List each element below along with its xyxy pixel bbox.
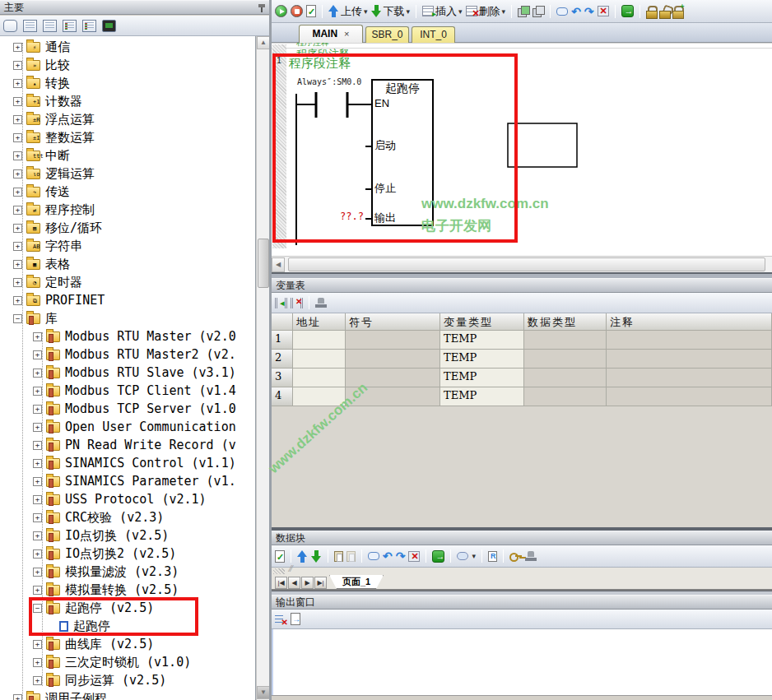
block-pin-out[interactable]: 输出 <box>374 211 396 225</box>
editor-horizontal-scrollbar[interactable]: ◀ <box>272 256 772 272</box>
expand-icon[interactable]: + <box>33 387 42 396</box>
scroll-left-button[interactable]: ◀ <box>272 257 285 272</box>
resize-gripper[interactable] <box>272 568 772 575</box>
tree-item[interactable]: +SINAMICS Control (v1.1) <box>0 454 236 472</box>
tree-item[interactable]: +±I整数运算 <box>0 128 95 146</box>
tree-item[interactable]: +»比较 <box>0 56 70 74</box>
address-cell[interactable] <box>293 331 346 350</box>
block-pin-start[interactable]: 启动 <box>374 138 396 153</box>
expand-icon[interactable]: + <box>13 133 22 142</box>
tree-item[interactable]: −起跑停 (v2.5) <box>0 599 154 617</box>
expand-icon[interactable]: + <box>13 296 22 305</box>
block-title[interactable]: 起跑停 <box>372 81 433 96</box>
key-icon[interactable] <box>509 550 522 562</box>
upload-dropdown-icon[interactable]: ▾ <box>364 7 368 16</box>
unlock-icon[interactable] <box>659 6 669 17</box>
project-view-icon[interactable] <box>3 20 17 32</box>
tree-item[interactable]: +⚡通信 <box>0 38 70 56</box>
expand-icon[interactable]: + <box>33 640 42 649</box>
scroll-down-button[interactable]: ▼ <box>257 686 270 699</box>
tree-item[interactable]: +⇄程序控制 <box>0 201 95 219</box>
var-type-cell[interactable]: TEMP <box>440 369 524 387</box>
paste-icon[interactable] <box>334 551 343 562</box>
tree-item[interactable]: +▤移位/循环 <box>0 219 102 237</box>
expand-icon[interactable]: + <box>13 151 22 160</box>
network-comment[interactable]: 程序段注释 <box>289 56 351 72</box>
tree-item[interactable]: +▦表格 <box>0 255 70 273</box>
insert-dropdown-icon[interactable]: ▾ <box>458 7 463 16</box>
tree-item[interactable]: +Modbus RTU Master2 (v2. <box>0 345 236 364</box>
tag-icon[interactable] <box>457 552 468 560</box>
program-comment[interactable]: 程序注释 <box>296 43 329 49</box>
tree-scrollbar[interactable]: ▲ ▼ <box>256 36 269 700</box>
document-view-icon[interactable] <box>43 20 57 32</box>
pin-icon[interactable] <box>258 4 265 12</box>
promote-icon[interactable] <box>518 6 529 16</box>
hscroll-thumb[interactable] <box>288 257 765 271</box>
expand-icon[interactable]: + <box>33 495 42 504</box>
tab-sbr0[interactable]: SBR_0 <box>365 26 409 43</box>
download-arrow-icon[interactable] <box>311 550 322 563</box>
data-type-cell[interactable] <box>524 369 607 387</box>
delete-button[interactable]: 删除 ▾ <box>466 4 506 19</box>
tree-item[interactable]: +◔定时器 <box>0 273 82 291</box>
tree-item[interactable]: ++1计数器 <box>0 92 82 110</box>
expand-icon[interactable]: + <box>33 350 42 359</box>
expand-icon[interactable]: + <box>13 79 22 88</box>
expand-icon[interactable]: + <box>13 43 22 52</box>
upload-arrow-icon[interactable] <box>297 550 308 563</box>
insert-button[interactable]: 插入 ▾ <box>422 4 463 19</box>
last-page-button[interactable]: ▶| <box>314 577 327 589</box>
verify-icon[interactable] <box>275 550 285 563</box>
expand-icon[interactable]: + <box>33 369 42 378</box>
tree-item[interactable]: +Modbus TCP Client (v1.4 <box>0 382 236 400</box>
data-type-cell[interactable] <box>524 387 607 406</box>
address-cell[interactable] <box>293 350 346 369</box>
expand-icon[interactable]: + <box>33 676 42 685</box>
header-cell[interactable]: 符号 <box>346 313 440 331</box>
prev-page-button[interactable]: ◀ <box>288 577 300 589</box>
expand-icon[interactable]: + <box>33 568 42 577</box>
tree-item[interactable]: +IO点切换2 (v2.5) <box>0 545 176 563</box>
expand-icon[interactable]: + <box>13 115 22 124</box>
paste-dim-icon[interactable] <box>346 551 356 562</box>
data-type-cell[interactable] <box>524 350 607 369</box>
delete-row-icon[interactable] <box>291 298 303 308</box>
tree-item[interactable]: +IO点切换 (v2.5) <box>0 526 169 545</box>
status-chart-icon[interactable] <box>82 20 96 32</box>
var-type-cell[interactable]: TEMP <box>440 331 524 350</box>
expand-icon[interactable]: + <box>33 658 42 667</box>
expand-icon[interactable]: + <box>33 423 42 432</box>
var-type-cell[interactable]: TEMP <box>440 350 524 369</box>
collapse-icon[interactable]: − <box>13 314 22 323</box>
tree-item[interactable]: +SINAMICS Parameter (v1. <box>0 472 236 490</box>
clear-output-icon[interactable] <box>275 614 287 625</box>
expand-icon[interactable]: + <box>33 405 42 414</box>
tree-item[interactable]: +▴转换 <box>0 74 70 92</box>
first-page-button[interactable]: |◀ <box>275 577 287 589</box>
scroll-up-button[interactable]: ▲ <box>257 36 270 49</box>
horizontal-splitter[interactable] <box>272 272 772 278</box>
collapse-icon[interactable]: − <box>33 604 42 613</box>
header-cell[interactable]: 变量类型 <box>440 313 524 331</box>
expand-icon[interactable]: + <box>13 694 22 700</box>
tree-item[interactable]: +ttt中断 <box>0 146 70 165</box>
redo-icon[interactable]: ↷ <box>584 6 594 17</box>
tree-item[interactable]: +调用子例程 <box>0 689 107 700</box>
go-icon[interactable] <box>432 550 444 563</box>
demote-icon[interactable] <box>532 6 544 16</box>
expand-icon[interactable]: + <box>33 441 42 450</box>
tree-item[interactable]: +⧉PROFINET <box>0 291 105 309</box>
tree-item[interactable]: +Modbus TCP Server (v1.0 <box>0 400 236 418</box>
expand-icon[interactable]: + <box>33 586 42 595</box>
delete-box-icon[interactable] <box>408 551 420 562</box>
expand-icon[interactable]: + <box>33 549 42 559</box>
copy-output-icon[interactable] <box>291 613 300 625</box>
stamp-icon[interactable] <box>525 551 537 562</box>
next-page-button[interactable]: ▶ <box>301 577 314 589</box>
page-tab[interactable]: 页面_1 <box>329 575 384 589</box>
symbol-table-icon[interactable] <box>63 20 77 32</box>
expand-icon[interactable]: + <box>13 224 22 233</box>
expand-icon[interactable]: + <box>33 477 42 486</box>
delete-box-icon[interactable] <box>598 6 609 16</box>
